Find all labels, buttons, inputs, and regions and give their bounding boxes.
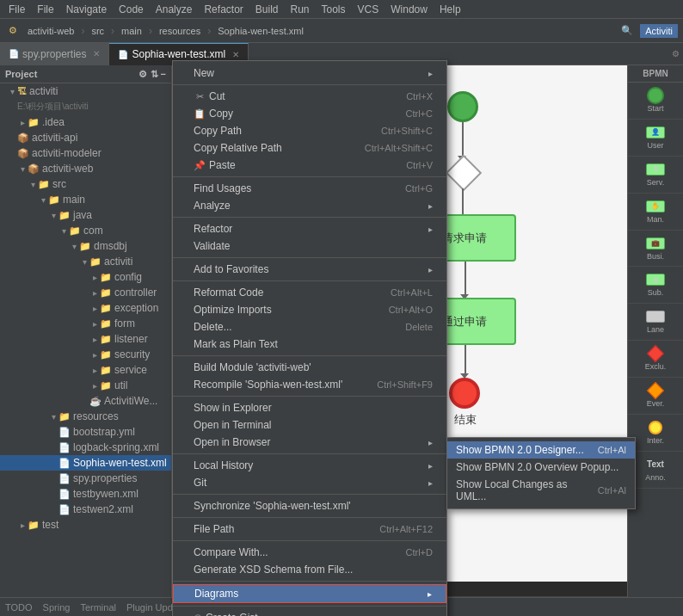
breadcrumb-file[interactable]: Sophia-wen-test.xml — [214, 24, 307, 38]
bpmn-end-event[interactable] — [449, 378, 480, 409]
status-spring[interactable]: Spring — [43, 602, 71, 613]
tree-idea[interactable]: ▸ 📁 .idea — [0, 114, 171, 130]
cm-copy[interactable]: 📋 Copy Ctrl+C — [173, 105, 446, 122]
menu-help[interactable]: Help — [434, 2, 466, 17]
tree-config[interactable]: ▸ 📁 config — [0, 269, 171, 285]
cm-copy-relative-path[interactable]: Copy Relative Path Ctrl+Alt+Shift+C — [173, 139, 446, 157]
tree-activiti-web[interactable]: ▾ 📦 activiti-web — [0, 161, 171, 176]
panel-service[interactable]: ⚙ Serv. — [628, 157, 683, 194]
panel-start[interactable]: Start — [628, 83, 683, 120]
tab-spy-properties[interactable]: 📄 spy.properties ✕ — [0, 43, 109, 65]
cm-validate[interactable]: Validate — [173, 237, 446, 255]
panel-lane[interactable]: Lane — [628, 304, 683, 341]
menu-view[interactable]: File — [32, 2, 58, 17]
panel-sub[interactable]: ⊞ Sub. — [628, 267, 683, 304]
panel-user[interactable]: 👤 User — [628, 120, 683, 157]
menu-window[interactable]: Window — [385, 2, 433, 17]
tree-security[interactable]: ▸ 📁 security — [0, 347, 171, 362]
cm-reformat[interactable]: Reformat Code Ctrl+Alt+L — [173, 284, 446, 301]
panel-business[interactable]: 💼 Busi. — [628, 231, 683, 268]
cm-recompile[interactable]: Recompile 'Sophia-wen-test.xml' Ctrl+Shi… — [173, 376, 446, 393]
menu-vcs[interactable]: VCS — [353, 2, 385, 17]
menu-analyze[interactable]: Analyze — [151, 2, 198, 17]
cm-copy-path[interactable]: Copy Path Ctrl+Shift+C — [173, 122, 446, 139]
bpmn-gateway1[interactable] — [446, 155, 482, 191]
diagrams-show-bpmn[interactable]: Show BPMN 2.0 Designer... Ctrl+Al — [447, 441, 635, 459]
sidebar-settings[interactable]: ⚙ ⇅ − — [138, 69, 166, 80]
cm-delete[interactable]: Delete... Delete — [173, 318, 446, 336]
tree-main[interactable]: ▾ 📁 main — [0, 192, 171, 207]
cm-analyze[interactable]: Analyze ▸ — [173, 197, 446, 214]
menu-code[interactable]: Code — [114, 2, 149, 17]
tab-sophia-close[interactable]: ✕ — [232, 50, 239, 59]
panel-manual[interactable]: ✋ Man. — [628, 194, 683, 231]
tree-logback[interactable]: 📄 logback-spring.xml — [0, 440, 171, 455]
breadcrumb-src[interactable]: src — [88, 24, 108, 38]
breadcrumb-resources[interactable]: resources — [156, 24, 204, 38]
toolbar-project-name[interactable]: activiti-web — [24, 24, 77, 38]
toolbar-activiti-button[interactable]: Activiti — [640, 24, 678, 38]
panel-annotation[interactable]: Text Anno. — [628, 452, 683, 489]
cm-mark-plain[interactable]: Mark as Plain Text — [173, 336, 446, 353]
tree-listener[interactable]: ▸ 📁 listener — [0, 331, 171, 347]
tree-exception[interactable]: ▸ 📁 exception — [0, 300, 171, 316]
menu-build[interactable]: Build — [250, 2, 284, 17]
panel-intermediate[interactable]: Inter. — [628, 415, 683, 452]
panel-event[interactable]: Ever. — [628, 378, 683, 415]
diagrams-show-overview[interactable]: Show BPMN 2.0 Overview Popup... — [447, 459, 635, 476]
tree-java[interactable]: ▾ 📁 java — [0, 207, 171, 223]
tree-form[interactable]: ▸ 📁 form — [0, 316, 171, 331]
menu-refactor[interactable]: Refactor — [199, 2, 248, 17]
cm-create-gist[interactable]: ⊙ Create Gist... — [173, 609, 446, 616]
tree-activiti-pkg[interactable]: ▾ 📁 activiti — [0, 254, 171, 269]
tree-activiti-api[interactable]: 📦 activiti-api — [0, 130, 171, 145]
panel-exclusive[interactable]: Exclu. — [628, 341, 683, 378]
cm-open-terminal[interactable]: Open in Terminal — [173, 416, 446, 434]
breadcrumb-main[interactable]: main — [118, 24, 145, 38]
tree-sophia-xml[interactable]: 📄 Sophia-wen-test.xml — [0, 455, 171, 471]
status-terminal[interactable]: Terminal — [80, 602, 116, 613]
cm-compare-with[interactable]: Compare With... Ctrl+D — [173, 544, 446, 561]
menu-file[interactable]: File — [3, 2, 30, 17]
tree-dmsdbj[interactable]: ▾ 📁 dmsdbj — [0, 238, 171, 254]
tree-activiti-class[interactable]: ☕ ActivitiWe... — [0, 393, 171, 409]
tree-testbywen[interactable]: 📄 testbywen.xml — [0, 486, 171, 502]
tree-activiti-root[interactable]: ▾ 🏗 activiti — [0, 83, 171, 99]
cm-synchronize[interactable]: Synchronize 'Sophia-wen-test.xml' — [173, 497, 446, 514]
cm-new[interactable]: New ▸ — [173, 65, 446, 82]
cm-show-explorer[interactable]: Show in Explorer — [173, 399, 446, 416]
cm-cut[interactable]: ✂ Cut Ctrl+X — [173, 88, 446, 105]
cm-refactor[interactable]: Refactor ▸ — [173, 220, 446, 237]
cm-local-history[interactable]: Local History ▸ — [173, 457, 446, 474]
tab-scroll[interactable]: ⚙ — [668, 49, 683, 59]
tree-activiti-modeler[interactable]: 📦 activiti-modeler — [0, 145, 171, 161]
cm-diagrams[interactable]: Diagrams ▸ — [173, 584, 446, 603]
tree-com[interactable]: ▾ 📁 com — [0, 223, 171, 238]
tree-service[interactable]: ▸ 📁 service — [0, 362, 171, 378]
bpmn-start-event[interactable] — [447, 91, 478, 122]
menu-run[interactable]: Run — [286, 2, 315, 17]
tree-test[interactable]: ▸ 📁 test — [0, 517, 171, 533]
cm-paste[interactable]: 📌 Paste Ctrl+V — [173, 157, 446, 174]
menu-tools[interactable]: Tools — [317, 2, 351, 17]
tree-bootstrap-yml[interactable]: 📄 bootstrap.yml — [0, 424, 171, 440]
cm-find-usages[interactable]: Find Usages Ctrl+G — [173, 180, 446, 197]
menu-navigate[interactable]: Navigate — [61, 2, 112, 17]
cm-add-favorites[interactable]: Add to Favorites ▸ — [173, 261, 446, 278]
tree-src[interactable]: ▾ 📁 src — [0, 176, 171, 192]
toolbar-search-icon[interactable]: 🔍 — [618, 23, 637, 38]
cm-open-browser[interactable]: Open in Browser ▸ — [173, 434, 446, 451]
diagrams-show-local[interactable]: Show Local Changes as UML... Ctrl+Al — [447, 476, 635, 505]
cm-file-path[interactable]: File Path Ctrl+Alt+F12 — [173, 521, 446, 538]
status-todo[interactable]: TODO — [5, 602, 33, 613]
tree-util[interactable]: ▸ 📁 util — [0, 378, 171, 393]
tree-spy-properties[interactable]: 📄 spy.properties — [0, 471, 171, 486]
cm-generate-xsd[interactable]: Generate XSD Schema from File... — [173, 561, 446, 578]
cm-git[interactable]: Git ▸ — [173, 474, 446, 491]
tree-resources[interactable]: ▾ 📁 resources — [0, 409, 171, 424]
cm-build-module[interactable]: Build Module 'activiti-web' — [173, 359, 446, 376]
tree-testwen2[interactable]: 📄 testwen2.xml — [0, 502, 171, 517]
cm-optimize[interactable]: Optimize Imports Ctrl+Alt+O — [173, 301, 446, 318]
tab-spy-close[interactable]: ✕ — [93, 49, 100, 59]
tree-controller[interactable]: ▸ 📁 controller — [0, 285, 171, 300]
